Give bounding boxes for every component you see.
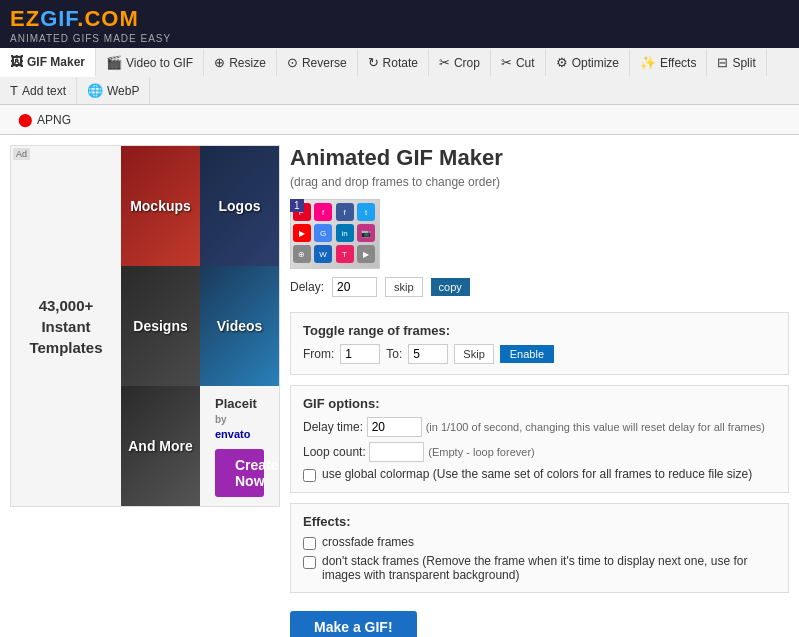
crossfade-checkbox[interactable] [303,537,316,550]
ad-tiles-container: Mockups Logos Designs Videos And More [121,146,279,506]
ad-tile-designs[interactable]: Designs [121,266,200,386]
gif-options-section: GIF options: Delay time: (in 1/100 of se… [290,385,789,493]
copy-button[interactable]: copy [431,278,470,296]
placeit-logo: Placeit by envato [215,396,264,441]
twitter-icon: t [357,203,375,221]
nav-video-to-gif[interactable]: 🎬 Video to GIF [96,49,204,76]
site-tagline: ANIMATED GIFS MADE EASY [10,33,789,44]
nav-reverse[interactable]: ⊙ Reverse [277,49,358,76]
delay-row: Delay: skip copy [290,277,470,297]
misc-icon1: ⊕ [293,245,311,263]
loop-count-label: Loop count: [303,445,366,459]
reverse-icon: ⊙ [287,55,298,70]
facebook-icon: f [336,203,354,221]
ad-tile-logos[interactable]: Logos [200,146,279,266]
ad-tile-mockups[interactable]: Mockups [121,146,200,266]
logos-label: Logos [219,198,261,214]
rotate-icon: ↻ [368,55,379,70]
colormap-label: use global colormap (Use the same set of… [322,467,752,481]
effects-section: Effects: crossfade frames don't stack fr… [290,503,789,593]
nav-effects[interactable]: ✨ Effects [630,49,707,76]
nav-webp[interactable]: 🌐 WebP [77,77,150,104]
nav-resize[interactable]: ⊕ Resize [204,49,277,76]
nav-optimize[interactable]: ⚙ Optimize [546,49,630,76]
delay-time-row: Delay time: (in 1/100 of second, changin… [303,417,776,437]
cut-icon: ✂ [501,55,512,70]
split-icon: ⊟ [717,55,728,70]
crossfade-row: crossfade frames [303,535,776,550]
google-icon: G [314,224,332,242]
toggle-range-title: Toggle range of frames: [303,323,776,338]
optimize-icon: ⚙ [556,55,568,70]
andmore-label: And More [128,438,193,454]
crossfade-label: crossfade frames [322,535,414,549]
nav-bar: 🖼 GIF Maker 🎬 Video to GIF ⊕ Resize ⊙ Re… [0,48,799,105]
delay-time-hint: (in 1/100 of second, changing this value… [426,421,765,433]
colormap-checkbox[interactable] [303,469,316,482]
crop-icon: ✂ [439,55,450,70]
nav-apng[interactable]: ⬤ APNG [10,109,79,130]
misc-icon3: T [336,245,354,263]
video-icon: 🎬 [106,55,122,70]
create-now-button[interactable]: Create Now [215,449,264,497]
ad-container: Ad ✕ 43,000+InstantTemplates Mockups Log… [10,145,280,507]
to-input[interactable] [408,344,448,364]
no-stack-row: don't stack frames (Remove the frame whe… [303,554,776,582]
enable-button[interactable]: Enable [500,345,554,363]
delay-time-input[interactable] [367,417,422,437]
frame-delay-input[interactable] [332,277,377,297]
effects-title: Effects: [303,514,776,529]
frame-number: 1 [290,199,304,212]
nav-add-text[interactable]: T Add text [0,77,77,104]
from-input[interactable] [340,344,380,364]
ad-panel: Ad ✕ 43,000+InstantTemplates Mockups Log… [10,145,280,637]
page-subtitle: (drag and drop frames to change order) [290,175,789,189]
loop-count-hint: (Empty - loop forever) [428,446,534,458]
ad-tile-andmore[interactable]: And More [121,386,200,506]
make-gif-button[interactable]: Make a GIF! [290,611,417,637]
gif-options-title: GIF options: [303,396,776,411]
no-stack-checkbox[interactable] [303,556,316,569]
linkedin-icon: in [336,224,354,242]
nav-rotate[interactable]: ↻ Rotate [358,49,429,76]
ad-tile-placeit[interactable]: Placeit by envato Create Now [200,386,279,506]
nav-cut[interactable]: ✂ Cut [491,49,546,76]
toggle-range-row: From: To: Skip Enable [303,344,776,364]
frame-wrapper: 1 P f f t ▶ G in 📷 ⊕ W T ▶ [290,199,470,297]
ad-grid: Mockups Logos Designs Videos And More [121,146,279,506]
page-title: Animated GIF Maker [290,145,789,171]
ad-tile-videos[interactable]: Videos [200,266,279,386]
nav-crop[interactable]: ✂ Crop [429,49,491,76]
videos-label: Videos [217,318,263,334]
to-label: To: [386,347,402,361]
nav-second-row: ⬤ APNG [0,105,799,135]
from-label: From: [303,347,334,361]
social-icons-grid: P f f t ▶ G in 📷 ⊕ W T ▶ [293,203,378,265]
main-content: Ad ✕ 43,000+InstantTemplates Mockups Log… [0,135,799,637]
colormap-row: use global colormap (Use the same set of… [303,467,776,482]
delay-label: Delay: [290,280,324,294]
ad-instant-text: 43,000+InstantTemplates [11,146,121,506]
misc-icon2: W [314,245,332,263]
misc-icon4: ▶ [357,245,375,263]
loop-count-row: Loop count: (Empty - loop forever) [303,442,776,462]
toggle-range-section: Toggle range of frames: From: To: Skip E… [290,312,789,375]
instagram-icon: 📷 [357,224,375,242]
right-panel: Animated GIF Maker (drag and drop frames… [290,145,789,637]
no-stack-label: don't stack frames (Remove the frame whe… [322,554,776,582]
delay-time-label: Delay time: [303,420,363,434]
frame-container: 1 P f f t ▶ G in 📷 ⊕ W T ▶ [290,199,789,297]
skip-button[interactable]: skip [385,277,423,297]
loop-count-input[interactable] [369,442,424,462]
site-logo[interactable]: EZGIF.COM [10,6,789,32]
ad-badge: Ad [13,148,30,160]
toggle-skip-button[interactable]: Skip [454,344,493,364]
nav-split[interactable]: ⊟ Split [707,49,766,76]
webp-icon: 🌐 [87,83,103,98]
designs-label: Designs [133,318,187,334]
text-icon: T [10,83,18,98]
site-header: EZGIF.COM ANIMATED GIFS MADE EASY [0,0,799,48]
flickr-icon: f [314,203,332,221]
mockups-label: Mockups [130,198,191,214]
nav-gif-maker[interactable]: 🖼 GIF Maker [0,48,96,77]
